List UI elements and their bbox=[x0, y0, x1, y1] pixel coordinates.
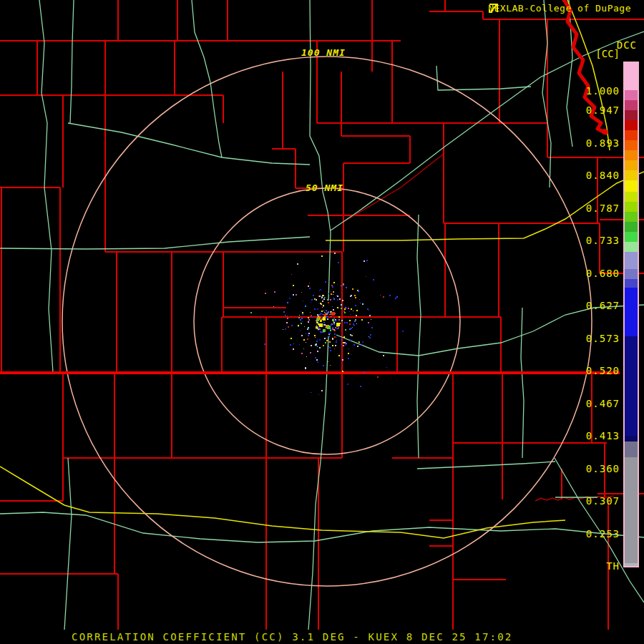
range-rings bbox=[62, 57, 592, 586]
cod-flag-icon bbox=[488, 3, 499, 14]
colorbar-segment bbox=[625, 63, 638, 90]
colorbar-tick-label: 1.000 bbox=[586, 85, 620, 97]
colorbar-segment bbox=[625, 150, 638, 160]
colorbar-segment bbox=[625, 212, 638, 222]
colorbar-tick-label: 0.733 bbox=[586, 235, 620, 246]
range-ring-label-50nmi: 50 NMI bbox=[306, 182, 343, 193]
colorbar-segment bbox=[625, 140, 638, 150]
secondary-red-roads bbox=[343, 154, 614, 501]
colorbar-tick-label: 0.573 bbox=[586, 333, 620, 344]
colorbar-tick-label: 0.840 bbox=[586, 170, 620, 181]
colorbar-segment bbox=[625, 457, 638, 563]
colorbar-segment bbox=[625, 120, 638, 130]
colorbar-segment bbox=[625, 110, 638, 120]
colorbar-segment bbox=[625, 441, 638, 457]
range-ring-100nmi bbox=[62, 57, 592, 586]
colorbar-segment bbox=[625, 279, 638, 288]
header-branding: NEXLAB-College of DuPage bbox=[488, 3, 631, 14]
colorbar-segment bbox=[625, 130, 638, 140]
colorbar-tick-label: 0.627 bbox=[586, 300, 620, 311]
colorbar-segment bbox=[625, 222, 638, 232]
colorbar-segment bbox=[625, 202, 638, 212]
units-label: [CC] bbox=[595, 48, 620, 59]
colorbar-segment bbox=[625, 90, 638, 100]
colorbar-tick-label: 0.787 bbox=[586, 203, 620, 214]
range-ring-label-100nmi: 100 NMI bbox=[301, 47, 346, 58]
colorbar-segment bbox=[625, 436, 638, 441]
colorbar-tick-label: TH bbox=[606, 560, 620, 572]
colorbar-tick-label: 0.680 bbox=[586, 268, 620, 279]
radar-display: NEXLAB-College of DuPage DCC [CC] 100 NM… bbox=[0, 0, 644, 644]
colorbar-segment bbox=[625, 252, 638, 269]
radar-map bbox=[0, 0, 644, 644]
colorbar-segment bbox=[625, 269, 638, 279]
colorbar-tick-label: 0.307 bbox=[586, 495, 620, 507]
colorbar-tick-label: 0.893 bbox=[586, 137, 620, 149]
product-status-text: CORRELATION COEFFICIENT (CC) 3.1 DEG - K… bbox=[72, 631, 512, 643]
site-title: NEXLAB-College of DuPage bbox=[488, 3, 631, 14]
colorbar-segment bbox=[625, 288, 638, 336]
colorbar-segment bbox=[625, 192, 638, 202]
county-boundaries bbox=[0, 0, 644, 631]
colorbar-tick-label: 0.947 bbox=[586, 104, 620, 116]
colorbar-segment bbox=[625, 563, 638, 566]
colorbar-tick-label: 0.467 bbox=[586, 398, 620, 409]
colorbar-segment bbox=[625, 180, 638, 192]
status-bar: CORRELATION COEFFICIENT (CC) 3.1 DEG - K… bbox=[0, 630, 644, 644]
color-scale-bar bbox=[623, 62, 639, 567]
colorbar-tick-label: 0.413 bbox=[586, 430, 620, 441]
colorbar-segment bbox=[625, 170, 638, 180]
colorbar-segment bbox=[625, 336, 638, 436]
colorbar-segment bbox=[625, 100, 638, 110]
colorbar-segment bbox=[625, 242, 638, 252]
colorbar-tick-label: 0.520 bbox=[586, 365, 620, 376]
colorbar-segment bbox=[625, 160, 638, 170]
colorbar-tick-label: 0.360 bbox=[586, 463, 620, 474]
colorbar-tick-label: 0.253 bbox=[586, 528, 620, 540]
colorbar-segment bbox=[625, 232, 638, 242]
